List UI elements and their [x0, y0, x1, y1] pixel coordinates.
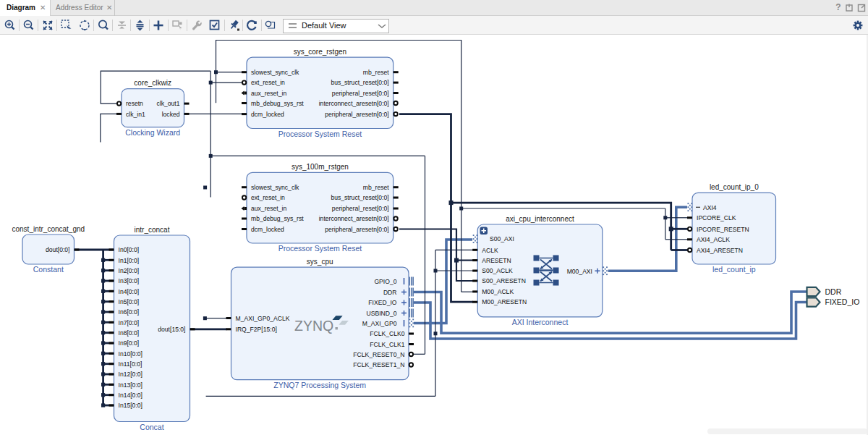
svg-text:ARESETN: ARESETN	[482, 257, 511, 264]
svg-text:USBIND_0: USBIND_0	[366, 310, 396, 317]
svg-text:Concat: Concat	[140, 423, 163, 431]
svg-text:IPCORE_CLK: IPCORE_CLK	[697, 214, 736, 221]
svg-text:M00_AXI: M00_AXI	[567, 268, 592, 275]
svg-text:FCLK_RESET0_N: FCLK_RESET0_N	[353, 351, 404, 358]
svg-text:sys_cpu: sys_cpu	[307, 258, 333, 266]
svg-text:In5[0:0]: In5[0:0]	[119, 298, 140, 305]
svg-text:FCLK_CLK0: FCLK_CLK0	[370, 330, 404, 337]
svg-text:In13[0:0]: In13[0:0]	[119, 381, 142, 389]
svg-text:sys_core_rstgen: sys_core_rstgen	[294, 48, 346, 56]
svg-text:Clocking Wizard: Clocking Wizard	[125, 128, 180, 137]
svg-text:slowest_sync_clk: slowest_sync_clk	[251, 184, 299, 191]
svg-text:core_clkwiz: core_clkwiz	[134, 79, 171, 87]
svg-text:mb_reset: mb_reset	[363, 69, 389, 76]
svg-text:FCLK_CLK1: FCLK_CLK1	[370, 341, 404, 348]
svg-text:led_count_ip_0: led_count_ip_0	[710, 183, 759, 191]
svg-text:In2[0:0]: In2[0:0]	[119, 267, 140, 274]
svg-text:ext_reset_in: ext_reset_in	[251, 79, 285, 86]
svg-text:peripheral_reset[0:0]: peripheral_reset[0:0]	[332, 205, 389, 212]
svg-text:M00_ACLK: M00_ACLK	[482, 288, 514, 295]
svg-text:interconnect_aresetn[0:0]: interconnect_aresetn[0:0]	[319, 100, 389, 107]
svg-text:Processor System Reset: Processor System Reset	[278, 244, 362, 253]
svg-text:AXI4: AXI4	[703, 204, 717, 211]
svg-text:S00_AXI: S00_AXI	[490, 235, 514, 242]
svg-text:S00_ARESETN: S00_ARESETN	[482, 277, 526, 284]
svg-text:locked: locked	[162, 111, 180, 118]
svg-text:aux_reset_in: aux_reset_in	[251, 205, 286, 212]
svg-text:Constant: Constant	[33, 265, 64, 274]
svg-text:In0[0:0]: In0[0:0]	[119, 246, 140, 253]
svg-text:In7[0:0]: In7[0:0]	[119, 319, 140, 326]
svg-text:bus_struct_reset[0:0]: bus_struct_reset[0:0]	[331, 79, 388, 86]
svg-text:In3[0:0]: In3[0:0]	[119, 277, 140, 284]
svg-text:AXI4_ACLK: AXI4_ACLK	[697, 236, 730, 243]
svg-text:M_AXI_GP0: M_AXI_GP0	[362, 320, 397, 327]
svg-text:aux_reset_in: aux_reset_in	[251, 90, 286, 97]
svg-text:In1[0:0]: In1[0:0]	[119, 257, 140, 264]
svg-text:FCLK_RESET1_N: FCLK_RESET1_N	[353, 361, 404, 368]
svg-text:ZYNQ7 Processing System: ZYNQ7 Processing System	[273, 381, 366, 389]
svg-text:In12[0:0]: In12[0:0]	[119, 371, 142, 378]
svg-text:led_count_ip: led_count_ip	[712, 265, 756, 274]
svg-text:FIXED_IO: FIXED_IO	[825, 297, 860, 306]
svg-text:interconnect_aresetn[0:0]: interconnect_aresetn[0:0]	[319, 215, 389, 222]
svg-text:const_intr_concat_gnd: const_intr_concat_gnd	[12, 225, 85, 233]
svg-text:AXI Interconnect: AXI Interconnect	[512, 318, 569, 326]
svg-text:peripheral_aresetn[0:0]: peripheral_aresetn[0:0]	[325, 226, 388, 233]
svg-text:mb_reset: mb_reset	[363, 184, 389, 191]
svg-text:mb_debug_sys_rst: mb_debug_sys_rst	[251, 100, 304, 107]
svg-text:axi_cpu_interconnect: axi_cpu_interconnect	[506, 215, 574, 223]
svg-text:In8[0:0]: In8[0:0]	[119, 329, 140, 337]
svg-text:M_AXI_GP0_ACLK: M_AXI_GP0_ACLK	[236, 315, 290, 322]
svg-text:peripheral_aresetn[0:0]: peripheral_aresetn[0:0]	[325, 111, 388, 118]
svg-text:dcm_locked: dcm_locked	[251, 111, 284, 118]
svg-text:dout[0:0]: dout[0:0]	[46, 246, 69, 253]
svg-text:IPCORE_RESETN: IPCORE_RESETN	[697, 226, 749, 233]
svg-text:S00_ACLK: S00_ACLK	[482, 267, 513, 274]
svg-text:ext_reset_in: ext_reset_in	[251, 194, 285, 201]
svg-text:ACLK: ACLK	[482, 247, 498, 254]
svg-text:peripheral_reset[0:0]: peripheral_reset[0:0]	[332, 90, 389, 97]
svg-text:dcm_locked: dcm_locked	[251, 226, 284, 233]
svg-text:In9[0:0]: In9[0:0]	[119, 339, 140, 347]
svg-text:mb_debug_sys_rst: mb_debug_sys_rst	[251, 215, 304, 222]
svg-text:IRQ_F2P[15:0]: IRQ_F2P[15:0]	[236, 326, 277, 333]
svg-text:resetn: resetn	[126, 100, 143, 107]
svg-text:In11[0:0]: In11[0:0]	[119, 360, 142, 368]
svg-text:clk_out1: clk_out1	[156, 100, 179, 107]
svg-text:sys_100m_rstgen: sys_100m_rstgen	[292, 163, 349, 171]
svg-text:In10[0:0]: In10[0:0]	[119, 350, 142, 358]
svg-text:AXI4_ARESETN: AXI4_ARESETN	[697, 247, 743, 254]
svg-text:FIXED_IO: FIXED_IO	[368, 299, 396, 306]
svg-text:ZYNQ: ZYNQ	[294, 318, 333, 334]
svg-text:intr_concat: intr_concat	[135, 226, 170, 234]
svg-text:DDR: DDR	[825, 287, 842, 296]
svg-text:M00_ARESETN: M00_ARESETN	[482, 298, 527, 305]
svg-text:slowest_sync_clk: slowest_sync_clk	[251, 69, 299, 76]
svg-text:In6[0:0]: In6[0:0]	[119, 308, 140, 316]
svg-text:Processor System Reset: Processor System Reset	[278, 130, 362, 138]
svg-text:In14[0:0]: In14[0:0]	[119, 392, 142, 399]
svg-text:dout[15:0]: dout[15:0]	[158, 326, 185, 333]
svg-text:DDR: DDR	[383, 289, 397, 296]
svg-text:bus_struct_reset[0:0]: bus_struct_reset[0:0]	[331, 194, 388, 201]
svg-text:In15[0:0]: In15[0:0]	[119, 402, 142, 409]
svg-text:GPIO_0: GPIO_0	[374, 278, 396, 285]
svg-text:In4[0:0]: In4[0:0]	[119, 288, 140, 295]
svg-text:clk_in1: clk_in1	[126, 111, 145, 118]
